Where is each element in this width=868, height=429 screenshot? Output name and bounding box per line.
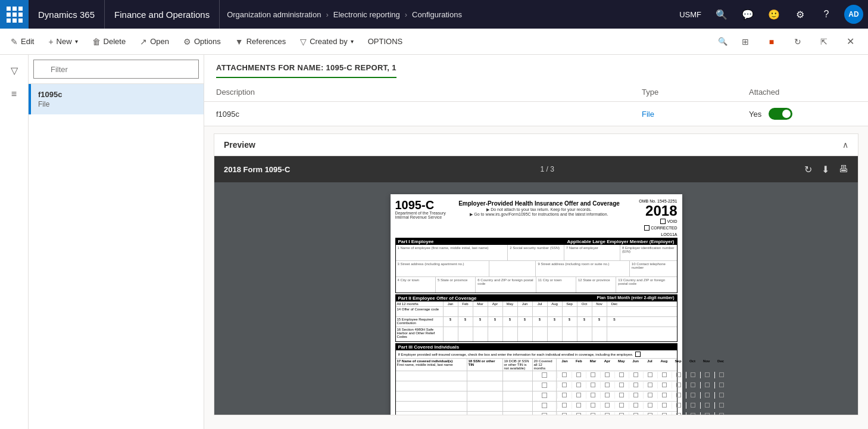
dynamics-label[interactable]: Dynamics 365 — [29, 0, 105, 29]
toggle-thumb — [782, 110, 791, 118]
company-label[interactable]: USMF — [672, 10, 708, 19]
pdf-scroll-area[interactable]: 1095-C Department of the TreasuryInterna… — [214, 182, 858, 415]
settings-icon-btn[interactable]: ⚙ — [787, 0, 813, 29]
action-bar-right: 🔍 ⊞ ■ ↻ ⇱ ✕ — [713, 27, 863, 56]
references-button[interactable]: ▼ References — [229, 32, 292, 51]
open-button[interactable]: ↗ Open — [134, 32, 175, 51]
col-type: Type — [642, 88, 749, 97]
preview-header: Preview ∧ — [214, 134, 858, 156]
sidebar-menu-icon[interactable]: ≡ — [4, 83, 25, 105]
pdf-title: 2018 Form 1095-C — [224, 165, 290, 174]
covered-row — [396, 412, 677, 415]
user-avatar[interactable]: AD — [844, 5, 863, 24]
covered-row — [396, 391, 677, 402]
preview-title: Preview — [224, 140, 255, 150]
delete-button[interactable]: 🗑 Delete — [86, 32, 132, 51]
edit-button[interactable]: ✎ Edit — [5, 32, 40, 51]
covered-row — [396, 402, 677, 412]
breadcrumb: Organization administration › Electronic… — [220, 10, 672, 19]
breadcrumb-sep1: › — [323, 10, 330, 19]
action-bar: ✎ Edit + New ▾ 🗑 Delete ↗ Open ⚙ Options… — [0, 29, 868, 55]
list-item-type: File — [38, 100, 196, 108]
covered-individuals-rows — [396, 371, 677, 415]
filter-box: 🔍 — [29, 55, 204, 84]
attached-cell: Yes — [749, 108, 856, 120]
col-attached: Attached — [749, 88, 856, 97]
attachments-table: Description Type Attached f1095c File Ye… — [204, 83, 868, 126]
open-new-icon[interactable]: ⇱ — [811, 27, 837, 56]
top-navigation: Dynamics 365 Finance and Operations Orga… — [0, 0, 868, 29]
pdf-toolbar-icons: ↻ ⬇ 🖶 — [804, 164, 848, 175]
pdf-content: 1095-C Department of the TreasuryInterna… — [391, 194, 682, 415]
nav-right: USMF 🔍 💬 🙂 ⚙ ? AD — [672, 0, 868, 29]
form-1095c: 1095-C Department of the TreasuryInterna… — [391, 194, 682, 415]
refresh-icon[interactable]: ↻ — [785, 27, 811, 56]
table-header: Description Type Attached — [204, 83, 868, 102]
row-description: f1095c — [216, 110, 642, 119]
pdf-pages: 1 / 3 — [302, 165, 792, 173]
preview-body: 2018 Form 1095-C 1 / 3 ↻ ⬇ 🖶 — [214, 156, 858, 415]
options-right-button[interactable]: OPTIONS — [362, 32, 409, 51]
edit-icon: ✎ — [11, 37, 18, 46]
covered-row — [396, 381, 677, 391]
breadcrumb-config[interactable]: Configurations — [410, 10, 464, 19]
pdf-print-icon[interactable]: 🖶 — [839, 164, 848, 175]
row-type-link[interactable]: File — [642, 110, 749, 119]
pdf-toolbar: 2018 Form 1095-C 1 / 3 ↻ ⬇ 🖶 — [214, 156, 858, 182]
sidebar-icons: ▽ ≡ — [0, 55, 29, 429]
preview-collapse-button[interactable]: ∧ — [842, 140, 848, 150]
table-row: f1095c File Yes — [204, 102, 868, 126]
pdf-download-icon[interactable]: ⬇ — [822, 164, 829, 175]
attachments-header: ATTACHMENTS FOR NAME: 1095-C REPORT, 1 — [204, 55, 868, 83]
finance-label[interactable]: Finance and Operations — [105, 0, 220, 29]
covered-row — [396, 371, 677, 381]
col-description: Description — [216, 88, 642, 97]
help-icon-btn[interactable]: ? — [813, 0, 839, 29]
nav-brand: Dynamics 365 Finance and Operations — [29, 0, 220, 29]
apps-button[interactable] — [0, 0, 29, 29]
breadcrumb-sep2: › — [402, 10, 410, 19]
office-icon[interactable]: ■ — [758, 27, 785, 56]
new-icon: + — [48, 37, 53, 46]
attached-toggle[interactable] — [769, 108, 792, 120]
options-icon: ⚙ — [183, 37, 191, 46]
filter-wrap: 🔍 — [33, 60, 199, 79]
action-search-icon[interactable]: 🔍 — [713, 32, 732, 51]
chat-icon-btn[interactable]: 💬 — [735, 0, 761, 29]
search-icon-btn[interactable]: 🔍 — [708, 0, 735, 29]
delete-icon: 🗑 — [92, 37, 101, 46]
main-layout: ▽ ≡ 🔍 f1095c File ATTACHMENTS FOR NAME: … — [0, 55, 868, 429]
breadcrumb-er[interactable]: Electronic reporting — [331, 10, 402, 19]
created-by-dropdown-icon: ▾ — [351, 38, 354, 45]
pdf-viewer: 2018 Form 1095-C 1 / 3 ↻ ⬇ 🖶 — [214, 156, 858, 415]
breadcrumb-org[interactable]: Organization administration — [224, 10, 323, 19]
new-dropdown-icon: ▾ — [75, 38, 78, 45]
list-item[interactable]: f1095c File — [29, 84, 204, 114]
created-by-button[interactable]: ▽ Created by ▾ — [294, 32, 360, 51]
open-icon: ↗ — [140, 37, 147, 46]
filter-input[interactable] — [33, 60, 199, 79]
left-panel: 🔍 f1095c File — [29, 55, 204, 429]
right-content: ATTACHMENTS FOR NAME: 1095-C REPORT, 1 D… — [204, 55, 868, 429]
preview-section: Preview ∧ 2018 Form 1095-C 1 / 3 ↻ ⬇ 🖶 — [214, 133, 858, 415]
close-icon[interactable]: ✕ — [837, 27, 863, 56]
attached-label: Yes — [749, 110, 761, 119]
attachments-title: ATTACHMENTS FOR NAME: 1095-C REPORT, 1 — [216, 63, 396, 78]
options-button[interactable]: ⚙ Options — [177, 32, 227, 51]
grid-view-icon[interactable]: ⊞ — [732, 27, 758, 56]
smiley-icon-btn[interactable]: 🙂 — [761, 0, 787, 29]
pdf-refresh-icon[interactable]: ↻ — [804, 164, 812, 175]
list-item-name: f1095c — [38, 90, 196, 99]
references-icon: ▼ — [235, 37, 243, 46]
sidebar-filter-icon[interactable]: ▽ — [4, 60, 25, 81]
filter-icon: ▽ — [300, 37, 307, 46]
new-button[interactable]: + New ▾ — [42, 32, 83, 51]
toggle-track — [769, 108, 792, 120]
